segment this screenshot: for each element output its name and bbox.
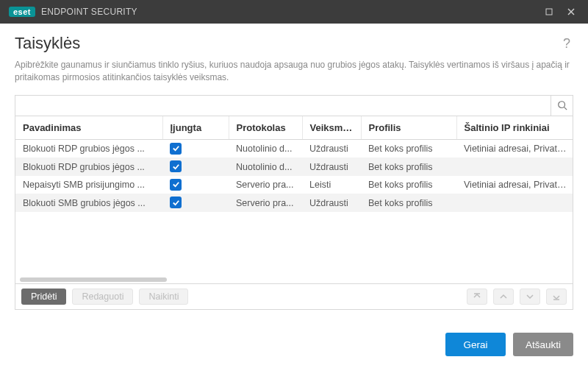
cell-profile: Bet koks profilis (361, 158, 456, 176)
cell-protocol: Serverio pra... (229, 194, 302, 212)
search-icon (557, 100, 567, 110)
cell-action: Uždrausti (302, 158, 361, 176)
cell-profile: Bet koks profilis (361, 139, 456, 158)
cancel-button[interactable]: Atšaukti (513, 333, 573, 356)
chevron-down-icon (526, 292, 534, 301)
cell-source-ip (456, 158, 573, 176)
cell-name: Blokuoti SMB grubios jėgos ... (15, 194, 162, 212)
help-button[interactable]: ? (560, 36, 573, 52)
checkbox-checked-icon[interactable] (170, 197, 182, 208)
col-enabled[interactable]: Įjungta (162, 116, 229, 140)
cell-enabled[interactable] (162, 194, 229, 212)
rules-table: Pavadinimas Įjungta Protokolas Veiksmas … (15, 116, 573, 212)
svg-point-3 (558, 102, 564, 108)
col-name[interactable]: Pavadinimas (15, 116, 162, 140)
delete-button: Naikinti (139, 289, 188, 305)
table-row[interactable]: Nepaisyti SMB prisijungimo ...Serverio p… (15, 176, 573, 194)
minimize-button[interactable] (538, 0, 560, 24)
move-top-button (467, 289, 487, 305)
cell-name: Nepaisyti SMB prisijungimo ... (15, 176, 162, 194)
rules-panel: Pavadinimas Įjungta Protokolas Veiksmas … (15, 95, 573, 310)
chevron-up-icon (499, 292, 508, 301)
cell-profile: Bet koks profilis (361, 194, 456, 212)
cell-protocol: Nuotolinio d... (229, 139, 302, 158)
col-protocol[interactable]: Protokolas (229, 116, 302, 140)
cell-protocol: Nuotolinio d... (229, 158, 302, 176)
brand-badge: eset (9, 7, 35, 17)
chevron-top-icon (473, 292, 481, 301)
cell-source-ip: Vietiniai adresai, Privatūs adresai (456, 139, 573, 158)
scrollbar-thumb[interactable] (20, 277, 167, 282)
cell-source-ip: Vietiniai adresai, Privatūs adresai (456, 176, 573, 194)
brand-product-name: ENDPOINT SECURITY (41, 7, 137, 17)
table-row[interactable]: Blokuoti RDP grubios jėgos ...Nuotolinio… (15, 158, 573, 176)
table-row[interactable]: Blokuoti SMB grubios jėgos ...Serverio p… (15, 194, 573, 212)
cell-profile: Bet koks profilis (361, 176, 456, 194)
svg-rect-0 (546, 9, 552, 15)
table-row[interactable]: Blokuoti RDP grubios jėgos ...Nuotolinio… (15, 139, 573, 158)
search-input[interactable] (15, 96, 551, 115)
checkbox-checked-icon[interactable] (170, 160, 182, 172)
move-down-button (520, 289, 540, 305)
brand: eset ENDPOINT SECURITY (9, 7, 137, 17)
close-button[interactable] (560, 0, 582, 24)
move-bottom-button (546, 289, 567, 305)
cell-enabled[interactable] (162, 139, 229, 158)
checkbox-checked-icon[interactable] (170, 143, 182, 155)
help-icon: ? (563, 36, 570, 51)
titlebar: eset ENDPOINT SECURITY (0, 0, 588, 24)
cell-action: Leisti (302, 176, 361, 194)
search-button[interactable] (551, 95, 573, 116)
cell-enabled[interactable] (162, 158, 229, 176)
table-header-row: Pavadinimas Įjungta Protokolas Veiksmas … (15, 116, 573, 140)
cell-name: Blokuoti RDP grubios jėgos ... (15, 158, 162, 176)
col-action[interactable]: Veiksmas (302, 116, 361, 140)
col-profile[interactable]: Profilis (361, 116, 456, 140)
chevron-bottom-icon (552, 292, 561, 301)
add-button[interactable]: Pridėti (21, 289, 66, 305)
cell-name: Blokuoti RDP grubios jėgos ... (15, 139, 162, 158)
checkbox-checked-icon[interactable] (170, 179, 182, 191)
cell-action: Uždrausti (302, 139, 361, 158)
cell-source-ip (456, 194, 573, 212)
move-up-button (493, 289, 514, 305)
ok-button[interactable]: Gerai (445, 333, 506, 356)
col-source-ip[interactable]: Šaltinio IP rinkiniai (456, 116, 573, 140)
cell-protocol: Serverio pra... (229, 176, 302, 194)
page-title: Taisyklės (15, 34, 80, 53)
horizontal-scrollbar[interactable] (15, 276, 573, 283)
edit-button: Redaguoti (72, 289, 133, 305)
minimize-icon (545, 8, 553, 15)
cell-enabled[interactable] (162, 176, 229, 194)
svg-line-4 (564, 107, 567, 110)
close-icon (567, 8, 575, 15)
cell-action: Uždrausti (302, 194, 361, 212)
page-description: Apibrėžkite gaunamus ir siunčiamus tinkl… (15, 59, 573, 85)
